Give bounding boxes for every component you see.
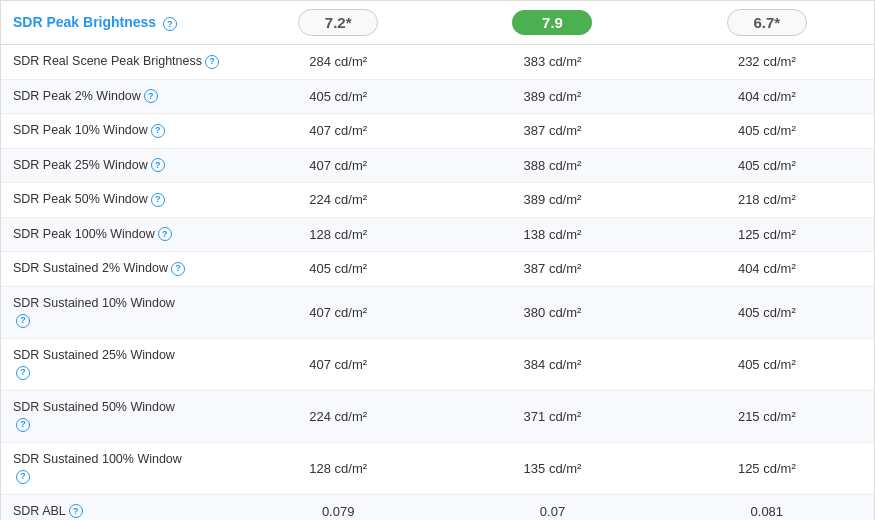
row-value-3: 125 cd/m² [660,219,874,250]
row-label-text: SDR Peak 50% Window [13,192,148,206]
row-value-1: 407 cd/m² [231,115,445,146]
row-value-3: 405 cd/m² [660,349,874,380]
help-icon-row[interactable]: ? [16,314,30,328]
row-label-cell: SDR Sustained 10% Window? [1,287,231,338]
row-value-2: 384 cd/m² [445,349,659,380]
row-label-text: SDR ABL [13,504,66,518]
row-value-1: 405 cd/m² [231,81,445,112]
row-label-text: SDR Sustained 2% Window [13,261,168,275]
row-value-3: 405 cd/m² [660,150,874,181]
row-value-2: 389 cd/m² [445,81,659,112]
help-icon-row[interactable]: ? [151,158,165,172]
row-value-1: 128 cd/m² [231,219,445,250]
row-label-cell: SDR ABL? [1,495,231,521]
help-icon-row[interactable]: ? [171,262,185,276]
row-label-cell: SDR Peak 25% Window? [1,149,231,183]
row-value-3: 125 cd/m² [660,453,874,484]
row-label-cell: SDR Peak 100% Window? [1,218,231,252]
row-value-1: 284 cd/m² [231,46,445,77]
header-score-1: 7.2* [231,1,445,44]
help-icon-row[interactable]: ? [16,470,30,484]
row-label-text: SDR Sustained 50% Window [13,400,175,414]
row-value-2: 387 cd/m² [445,253,659,284]
table-row: SDR Sustained 25% Window? 407 cd/m² 384 … [1,339,874,391]
help-icon-row[interactable]: ? [158,227,172,241]
help-icon-row[interactable]: ? [151,193,165,207]
section-title: SDR Peak Brightness [13,14,156,30]
table-row: SDR ABL? 0.079 0.07 0.081 [1,495,874,521]
row-label-cell: SDR Sustained 25% Window? [1,339,231,390]
row-value-2: 388 cd/m² [445,150,659,181]
row-label-cell: SDR Sustained 100% Window? [1,443,231,494]
row-value-1: 224 cd/m² [231,184,445,215]
row-label-text: SDR Sustained 100% Window [13,452,182,466]
table-row: SDR Sustained 10% Window? 407 cd/m² 380 … [1,287,874,339]
row-label-text: SDR Peak 2% Window [13,89,141,103]
help-icon-row[interactable]: ? [16,366,30,380]
table-row: SDR Real Scene Peak Brightness? 284 cd/m… [1,45,874,80]
row-label-text: SDR Peak 10% Window [13,123,148,137]
score-pill-3: 6.7* [727,9,807,36]
row-value-3: 405 cd/m² [660,297,874,328]
table-row: SDR Peak 2% Window? 405 cd/m² 389 cd/m² … [1,80,874,115]
row-value-1: 0.079 [231,496,445,520]
table-row: SDR Sustained 100% Window? 128 cd/m² 135… [1,443,874,495]
row-value-2: 387 cd/m² [445,115,659,146]
row-label-cell: SDR Peak 50% Window? [1,183,231,217]
table-row: SDR Sustained 50% Window? 224 cd/m² 371 … [1,391,874,443]
row-value-1: 405 cd/m² [231,253,445,284]
row-label-text: SDR Real Scene Peak Brightness [13,54,202,68]
help-icon-row[interactable]: ? [144,89,158,103]
row-value-2: 389 cd/m² [445,184,659,215]
row-label-cell: SDR Sustained 50% Window? [1,391,231,442]
row-value-1: 407 cd/m² [231,349,445,380]
table-row: SDR Peak 50% Window? 224 cd/m² 389 cd/m²… [1,183,874,218]
row-label-text: SDR Sustained 25% Window [13,348,175,362]
row-value-1: 407 cd/m² [231,150,445,181]
help-icon-row[interactable]: ? [205,55,219,69]
row-label-cell: SDR Sustained 2% Window? [1,252,231,286]
row-value-2: 371 cd/m² [445,401,659,432]
row-value-2: 138 cd/m² [445,219,659,250]
row-label-cell: SDR Peak 10% Window? [1,114,231,148]
table-row: SDR Peak 10% Window? 407 cd/m² 387 cd/m²… [1,114,874,149]
row-value-1: 128 cd/m² [231,453,445,484]
row-value-3: 405 cd/m² [660,115,874,146]
row-label-text: SDR Peak 100% Window [13,227,155,241]
row-value-2: 383 cd/m² [445,46,659,77]
row-value-3: 218 cd/m² [660,184,874,215]
row-value-2: 380 cd/m² [445,297,659,328]
header-title-cell: SDR Peak Brightness ? [1,4,231,41]
row-value-3: 215 cd/m² [660,401,874,432]
rows-container: SDR Real Scene Peak Brightness? 284 cd/m… [1,45,874,520]
table-header: SDR Peak Brightness ? 7.2* 7.9 6.7* [1,1,874,45]
row-label-cell: SDR Real Scene Peak Brightness? [1,45,231,79]
help-icon-row[interactable]: ? [16,418,30,432]
row-value-1: 224 cd/m² [231,401,445,432]
table-row: SDR Peak 100% Window? 128 cd/m² 138 cd/m… [1,218,874,253]
row-value-2: 0.07 [445,496,659,520]
table-row: SDR Sustained 2% Window? 405 cd/m² 387 c… [1,252,874,287]
header-score-2: 7.9 [445,2,659,43]
row-value-3: 404 cd/m² [660,253,874,284]
row-value-3: 404 cd/m² [660,81,874,112]
row-value-2: 135 cd/m² [445,453,659,484]
help-icon-row[interactable]: ? [69,504,83,518]
row-value-3: 0.081 [660,496,874,520]
brightness-table: SDR Peak Brightness ? 7.2* 7.9 6.7* SDR … [0,0,875,520]
row-value-3: 232 cd/m² [660,46,874,77]
header-score-3: 6.7* [660,1,874,44]
row-label-cell: SDR Peak 2% Window? [1,80,231,114]
row-value-1: 407 cd/m² [231,297,445,328]
score-pill-1: 7.2* [298,9,378,36]
help-icon-row[interactable]: ? [151,124,165,138]
row-label-text: SDR Sustained 10% Window [13,296,175,310]
help-icon-header[interactable]: ? [163,17,177,31]
table-row: SDR Peak 25% Window? 407 cd/m² 388 cd/m²… [1,149,874,184]
row-label-text: SDR Peak 25% Window [13,158,148,172]
score-pill-2: 7.9 [512,10,592,35]
